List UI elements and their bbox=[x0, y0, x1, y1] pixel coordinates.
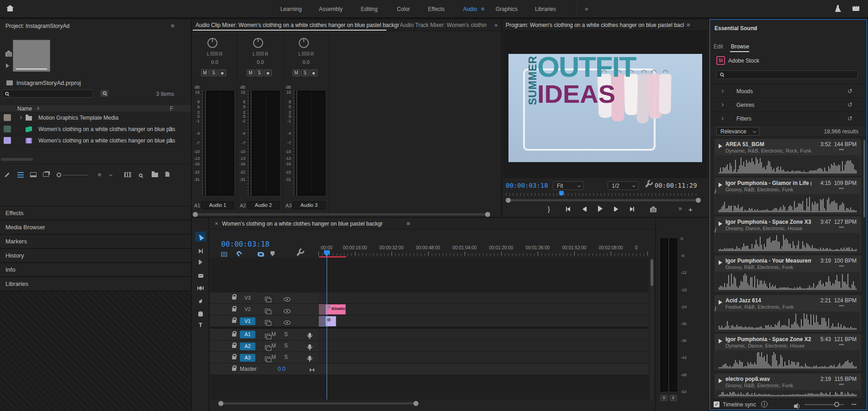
new-bin-icon[interactable] bbox=[152, 172, 158, 179]
bowtie-icon[interactable] bbox=[310, 367, 314, 373]
expand-chevron-icon[interactable] bbox=[19, 116, 22, 119]
stock-audio-item[interactable]: Igor Pumphonia - Space Zone X3(2) 3:47 1… bbox=[715, 216, 861, 253]
add-button-icon[interactable]: + bbox=[688, 206, 693, 213]
pan-knob[interactable] bbox=[207, 38, 217, 48]
scrollbar-thumb[interactable] bbox=[651, 259, 653, 286]
track-name-button[interactable]: Audio 3 bbox=[293, 201, 325, 209]
track-visibility-icon[interactable] bbox=[284, 297, 291, 301]
track-lane-a1[interactable] bbox=[318, 329, 649, 341]
mute-toggle[interactable]: M bbox=[271, 331, 276, 337]
lock-icon[interactable] bbox=[232, 320, 236, 323]
tab-overflow-icon[interactable]: » bbox=[494, 21, 498, 28]
go-to-out-button[interactable] bbox=[630, 206, 634, 213]
master-level[interactable]: 0.0 bbox=[278, 366, 286, 372]
timeline-settings-icon[interactable] bbox=[296, 251, 301, 256]
voiceover-record-icon[interactable] bbox=[308, 344, 311, 348]
info-icon[interactable]: i bbox=[761, 401, 767, 407]
workspace-tab-audio[interactable]: Audio bbox=[463, 6, 477, 12]
keyframe-button[interactable] bbox=[218, 69, 226, 76]
workspace-tab-color[interactable]: Color bbox=[397, 6, 410, 12]
sort-icon[interactable]: ≡ bbox=[98, 171, 101, 178]
footer-more-icon[interactable]: ••• bbox=[852, 402, 857, 407]
project-row-sequence[interactable]: Women's clothing on a white clothes hang… bbox=[0, 124, 191, 135]
automate-to-sequence-icon[interactable] bbox=[124, 172, 131, 177]
panel-tab-effects[interactable]: Effects bbox=[0, 206, 191, 220]
stock-search-input[interactable] bbox=[716, 70, 858, 79]
mark-out-button[interactable]: } bbox=[548, 206, 550, 213]
play-button[interactable] bbox=[598, 206, 603, 213]
sequence-tab[interactable]: Women's clothing on a white clothes hang… bbox=[222, 221, 383, 227]
column-name[interactable]: Name bbox=[17, 105, 32, 112]
play-icon[interactable] bbox=[719, 300, 722, 305]
keyframe-button[interactable] bbox=[264, 69, 272, 76]
zoom-slider-track[interactable] bbox=[63, 175, 88, 175]
linked-selection-icon[interactable] bbox=[258, 252, 264, 257]
panel-tab-libraries[interactable]: Libraries bbox=[0, 277, 191, 291]
meter-solo-left[interactable]: S bbox=[661, 395, 667, 401]
transport-overflow-icon[interactable]: » bbox=[678, 205, 682, 212]
waveform[interactable] bbox=[715, 350, 860, 369]
waveform[interactable] bbox=[715, 233, 860, 252]
sync-lock-icon[interactable] bbox=[265, 345, 270, 349]
volume-fader[interactable] bbox=[247, 91, 251, 195]
stock-audio-item[interactable]: Acid Jazz 614 2:21 124 BPM Festive, R&B,… bbox=[715, 295, 861, 332]
track-badge-a2[interactable]: A2 bbox=[240, 342, 255, 350]
clip-kinetic-v2[interactable]: Kinetic bbox=[319, 304, 346, 315]
slip-tool[interactable] bbox=[195, 283, 206, 293]
more-options-icon[interactable]: ••• bbox=[839, 147, 844, 152]
pan-value[interactable]: 0.0 bbox=[283, 59, 329, 65]
track-badge-v3[interactable]: V3 bbox=[240, 294, 255, 302]
sync-lock-icon[interactable] bbox=[265, 334, 270, 338]
go-to-in-button[interactable] bbox=[566, 206, 570, 213]
workspace-tab-assembly[interactable]: Assembly bbox=[319, 6, 343, 12]
pan-knob[interactable] bbox=[253, 38, 263, 48]
track-badge-a3[interactable]: A3 bbox=[240, 354, 255, 362]
writable-toggle-icon[interactable] bbox=[5, 173, 10, 178]
workspace-tab-libraries[interactable]: Libraries bbox=[535, 6, 556, 12]
lock-icon[interactable] bbox=[232, 356, 236, 359]
ripple-edit-tool[interactable] bbox=[195, 257, 206, 267]
new-item-icon[interactable] bbox=[165, 172, 169, 178]
home-icon[interactable] bbox=[7, 5, 13, 11]
reset-icon[interactable]: ↺ bbox=[847, 101, 852, 108]
list-scrollbar-thumb[interactable] bbox=[863, 140, 865, 217]
sync-lock-icon[interactable] bbox=[265, 297, 270, 301]
voiceover-record-icon[interactable] bbox=[308, 333, 311, 337]
timeline-sync-checkbox[interactable] bbox=[714, 401, 720, 407]
waveform[interactable] bbox=[715, 311, 860, 331]
tab-browse[interactable]: Browse bbox=[731, 43, 749, 50]
export-frame-icon[interactable] bbox=[650, 207, 656, 214]
track-lane-a3[interactable] bbox=[318, 352, 649, 364]
track-visibility-icon[interactable] bbox=[284, 321, 291, 325]
panel-tab-media-browser[interactable]: Media Browser bbox=[0, 221, 191, 234]
more-options-icon[interactable]: ••• bbox=[839, 225, 844, 230]
step-back-button[interactable] bbox=[582, 206, 587, 213]
panel-tab-history[interactable]: History bbox=[0, 249, 191, 263]
track-badge-v2[interactable]: V2 bbox=[240, 306, 255, 313]
chevron-right-icon[interactable] bbox=[720, 103, 724, 106]
section-genres[interactable]: Genres ↺ bbox=[710, 98, 867, 111]
solo-button[interactable]: S bbox=[210, 69, 217, 76]
solo-button[interactable]: S bbox=[255, 69, 263, 76]
zoom-level-dropdown[interactable]: Fit bbox=[553, 181, 584, 190]
workspace-tab-effects[interactable]: Effects bbox=[428, 6, 445, 12]
solo-toggle[interactable]: S bbox=[284, 331, 288, 337]
mute-button[interactable]: M bbox=[201, 69, 209, 76]
workspace-tab-graphics[interactable]: Graphics bbox=[496, 6, 518, 12]
volume-slider-knob[interactable] bbox=[834, 402, 839, 407]
waveform[interactable] bbox=[715, 272, 860, 291]
project-search-input[interactable] bbox=[2, 90, 93, 98]
track-name-button[interactable]: Audio 2 bbox=[247, 201, 280, 209]
waveform[interactable] bbox=[715, 155, 860, 174]
tab-audio-track-mixer[interactable]: Audio Track Mixer: Women's clothin bbox=[400, 22, 487, 28]
panel-menu-icon[interactable]: ≡ bbox=[687, 21, 690, 28]
workspace-tab-learning[interactable]: Learning bbox=[281, 6, 302, 12]
playback-resolution-dropdown[interactable]: 1/2 bbox=[608, 181, 639, 190]
track-badge-a1[interactable]: A1 bbox=[240, 331, 255, 338]
tab-program[interactable]: Program: Women's clothing on a white clo… bbox=[506, 22, 684, 28]
track-lane-v3[interactable] bbox=[318, 292, 649, 304]
snap-icon[interactable] bbox=[236, 250, 242, 257]
section-filters[interactable]: Filters ↺ bbox=[710, 111, 867, 125]
pen-tool[interactable] bbox=[195, 296, 206, 306]
close-tab-icon[interactable]: × bbox=[215, 220, 218, 227]
